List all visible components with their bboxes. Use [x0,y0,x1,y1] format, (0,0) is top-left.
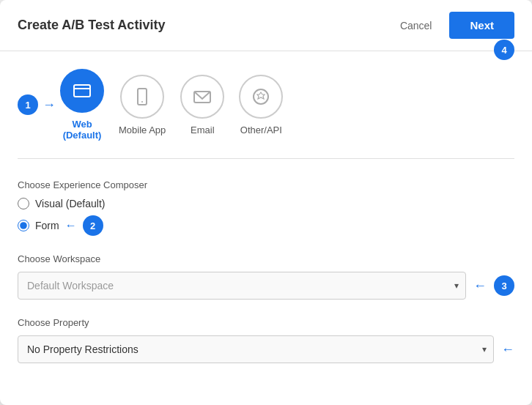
workspace-section: Choose Workspace Default Workspace ▾ ← 3 [18,253,514,300]
other-label: Other/API [240,125,282,135]
visual-radio[interactable] [18,198,29,209]
annotation-2-bubble: 2 [83,215,103,236]
web-label: Web(Default) [63,119,102,141]
property-select-wrapper: No Property Restrictions ▾ [18,335,494,363]
property-select[interactable]: No Property Restrictions [18,335,494,363]
mobile-icon [132,86,152,107]
channel-item-web[interactable]: Web(Default) [60,69,104,141]
other-icon-circle [239,75,283,119]
other-icon [251,86,271,107]
channel-item-mobile[interactable]: Mobile App [119,75,166,135]
header-actions: Cancel Next [391,12,514,39]
workspace-select[interactable]: Default Workspace [18,272,466,300]
channel-row: 1 → Web(Default) [18,69,514,159]
property-label: Choose Property [18,317,514,328]
experience-composer-label: Choose Experience Composer [18,179,514,190]
form-label[interactable]: Form [35,220,59,231]
email-label: Email [191,125,215,135]
step-1-indicator: 1 [18,94,38,115]
visual-label[interactable]: Visual (Default) [35,198,105,209]
property-arrow: ← [501,342,514,357]
experience-composer-section: Choose Experience Composer Visual (Defau… [18,179,514,236]
form-radio[interactable] [18,220,29,231]
annotation-2-arrow: ← [65,219,77,232]
create-ab-test-modal: Create A/B Test Activity Cancel Next 1 → [0,0,532,405]
modal-body: 1 → Web(Default) [0,51,532,405]
svg-point-3 [141,101,143,103]
annotation-3-bubble: 3 [494,275,514,296]
channel-item-email[interactable]: Email [180,75,224,135]
radio-group-composer: Visual (Default) Form ← 2 [18,198,514,236]
channel-options: Web(Default) Mobile App [60,69,479,141]
svg-rect-0 [74,85,90,97]
annotation-3-arrow: ← [473,278,487,294]
email-icon [192,86,213,107]
workspace-label: Choose Workspace [18,253,514,264]
mobile-icon-circle [120,75,164,119]
step-arrow: → [43,97,56,113]
cancel-button[interactable]: Cancel [391,14,441,37]
web-icon [72,81,92,101]
web-icon-circle [60,69,104,113]
mobile-label: Mobile App [119,125,166,135]
next-button[interactable]: Next [449,12,514,39]
radio-row-visual: Visual (Default) [18,198,514,209]
step-4-indicator: 4 [494,40,514,60]
email-icon-circle [180,75,224,119]
modal-header: Create A/B Test Activity Cancel Next [0,0,532,51]
modal-title: Create A/B Test Activity [18,18,165,33]
property-section: Choose Property No Property Restrictions… [18,317,514,363]
workspace-select-wrapper: Default Workspace ▾ [18,272,466,300]
radio-row-form: Form ← 2 [18,215,514,236]
channel-item-other[interactable]: Other/API [239,75,283,135]
